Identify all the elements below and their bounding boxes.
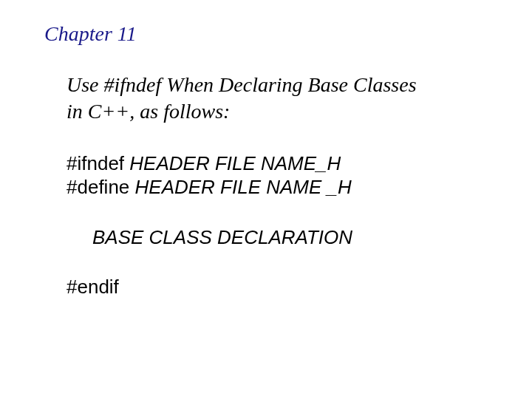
slide-container: Chapter 11 Use #ifndef When Declaring Ba… <box>0 0 532 399</box>
code-block: #ifndef HEADER FILE NAME_H #define HEADE… <box>66 151 495 299</box>
chapter-title: Chapter 11 <box>44 22 495 46</box>
ifndef-keyword: #ifndef <box>66 152 129 174</box>
intro-text-line-1: Use #ifndef When Declaring Base Classes <box>66 72 495 98</box>
ifndef-header-name: HEADER FILE NAME_H <box>129 152 341 174</box>
ifndef-line: #ifndef HEADER FILE NAME_H <box>66 151 495 176</box>
define-header-name: HEADER FILE NAME _H <box>135 176 352 198</box>
define-line: #define HEADER FILE NAME _H <box>66 175 495 200</box>
class-declaration-line: BASE CLASS DECLARATION <box>92 225 495 250</box>
intro-text-line-2: in C++, as follows: <box>66 98 495 125</box>
slide-content: Use #ifndef When Declaring Base Classes … <box>66 72 495 299</box>
define-keyword: #define <box>66 176 135 198</box>
endif-line: #endif <box>66 275 495 299</box>
